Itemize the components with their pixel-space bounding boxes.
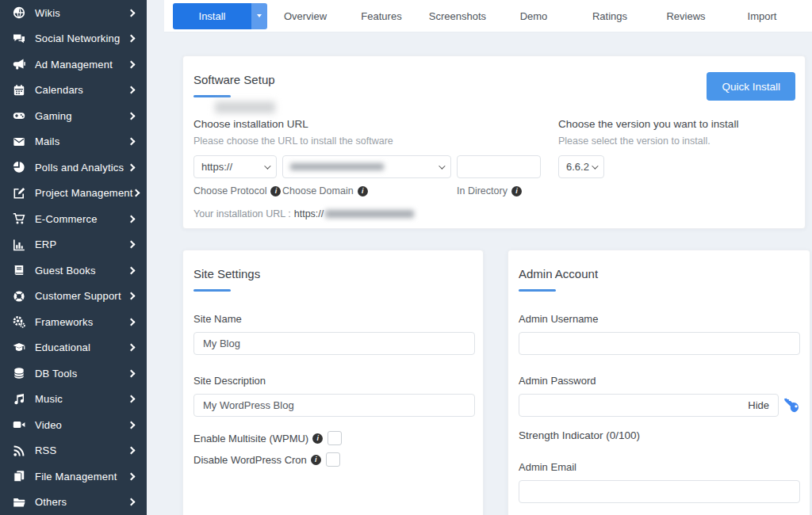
sidebar-item-customer-support[interactable]: Customer Support: [0, 284, 147, 310]
chevron-right-icon: [128, 498, 136, 506]
installation-url-line: Your installation URL : https://: [193, 208, 548, 219]
site-name-label: Site Name: [193, 313, 473, 325]
directory-label-row: In Directory: [457, 185, 522, 196]
info-icon[interactable]: [311, 455, 321, 465]
domain-select[interactable]: [282, 155, 451, 178]
sidebar-item-label: Frameworks: [35, 316, 94, 328]
cron-checkbox[interactable]: [326, 452, 340, 467]
tab-ratings[interactable]: Ratings: [572, 10, 648, 22]
chevron-right-icon: [128, 9, 136, 17]
protocol-select[interactable]: https://: [193, 155, 277, 178]
admin-password-input[interactable]: Hide: [519, 394, 779, 417]
chevron-right-icon: [128, 447, 136, 455]
domain-label-row: Choose Domain: [282, 185, 457, 196]
tab-screenshots[interactable]: Screenshots: [419, 10, 496, 22]
title-underline: [193, 95, 231, 97]
cart-icon: [13, 212, 25, 225]
redacted-installation-domain: [325, 210, 414, 218]
sidebar-item-gaming[interactable]: Gaming: [0, 103, 147, 129]
sidebar-item-video[interactable]: Video: [0, 412, 147, 438]
sidebar-item-label: Guest Books: [35, 265, 96, 277]
quick-install-button[interactable]: Quick Install: [707, 72, 795, 101]
sidebar-item-label: Mails: [35, 135, 59, 147]
sidebar-item-db-tools[interactable]: DB Tools: [0, 360, 147, 387]
sidebar-item-others[interactable]: Others: [0, 490, 147, 515]
site-name-input[interactable]: [193, 332, 475, 355]
graduation-cap-icon: [13, 341, 25, 354]
admin-account-title: Admin Account: [519, 250, 799, 280]
tab-demo[interactable]: Demo: [496, 10, 572, 22]
tab-overview[interactable]: Overview: [267, 10, 343, 22]
sidebar-item-polls-analytics[interactable]: Polls and Analytics: [0, 154, 147, 181]
sidebar-item-mails[interactable]: Mails: [0, 129, 147, 155]
tab-list: Overview Features Screenshots Demo Ratin…: [267, 10, 800, 22]
site-description-input[interactable]: [193, 394, 475, 417]
sidebar-item-label: Polls and Analytics: [35, 162, 124, 174]
chevron-right-icon: [128, 266, 136, 274]
sidebar-item-label: E-Commerce: [35, 213, 98, 225]
sidebar-item-educational[interactable]: Educational: [0, 335, 147, 361]
domain-label: Choose Domain: [282, 185, 354, 196]
redacted-domain-value: [290, 163, 384, 170]
sidebar-item-project-management[interactable]: Project Management: [0, 181, 147, 207]
protocol-label: Choose Protocol: [193, 185, 266, 196]
info-icon[interactable]: [511, 186, 522, 196]
info-icon[interactable]: [358, 186, 368, 196]
tab-import[interactable]: Import: [724, 10, 800, 22]
tab-features[interactable]: Features: [343, 10, 419, 22]
title-underline: [193, 289, 231, 292]
sidebar-item-label: File Management: [35, 471, 117, 483]
version-select[interactable]: 6.6.2: [558, 155, 604, 178]
sidebar-item-label: Customer Support: [35, 290, 121, 302]
video-camera-icon: [13, 418, 25, 431]
sidebar-item-calendars[interactable]: Calendars: [0, 78, 147, 104]
sidebar-item-file-management[interactable]: File Management: [0, 464, 147, 490]
chevron-right-icon: [128, 35, 136, 43]
sidebar-item-ecommerce[interactable]: E-Commerce: [0, 206, 147, 232]
multisite-checkbox[interactable]: [327, 431, 342, 445]
sidebar-item-ad-management[interactable]: Ad Management: [0, 52, 147, 78]
title-underline: [519, 289, 556, 292]
sidebar-item-wikis[interactable]: Wikis: [0, 0, 147, 26]
sidebar-item-rss[interactable]: RSS: [0, 438, 147, 464]
chevron-right-icon: [128, 472, 136, 480]
rss-icon: [13, 444, 25, 457]
info-icon[interactable]: [312, 433, 323, 444]
installation-url-subheading: Please choose the URL to install the sof…: [193, 135, 548, 147]
sidebar-item-label: Gaming: [35, 110, 72, 122]
chevron-right-icon: [128, 112, 136, 120]
install-dropdown-button[interactable]: [251, 3, 267, 29]
protocol-label-row: Choose Protocol: [193, 185, 282, 196]
sidebar-item-label: Educational: [35, 341, 90, 353]
sidebar-item-label: Project Management: [35, 187, 133, 199]
info-icon[interactable]: [270, 186, 281, 196]
admin-username-input[interactable]: [519, 332, 800, 355]
chevron-right-icon: [128, 86, 136, 94]
in-directory-input[interactable]: [457, 155, 541, 178]
hide-password-toggle[interactable]: Hide: [748, 399, 769, 411]
chevron-right-icon: [128, 318, 136, 326]
sidebar-item-guest-books[interactable]: Guest Books: [0, 258, 147, 284]
tab-reviews[interactable]: Reviews: [648, 10, 724, 22]
book-icon: [13, 264, 25, 277]
envelope-icon: [13, 135, 25, 148]
site-settings-card: Site Settings Site Name Site Description…: [182, 250, 484, 515]
caret-down-icon: [257, 14, 262, 17]
sidebar-item-label: Calendars: [35, 84, 83, 96]
generate-password-key-icon[interactable]: [784, 398, 799, 413]
admin-email-input[interactable]: [519, 480, 800, 503]
folder-icon: [13, 496, 25, 509]
install-button[interactable]: Install: [173, 3, 251, 29]
chevron-right-icon: [128, 292, 136, 300]
sidebar-item-music[interactable]: Music: [0, 387, 147, 413]
sidebar-item-social-networking[interactable]: Social Networking: [0, 26, 147, 52]
sidebar-item-label: Video: [35, 419, 62, 431]
megaphone-icon: [13, 58, 25, 71]
sidebar-item-frameworks[interactable]: Frameworks: [0, 309, 147, 335]
admin-password-text[interactable]: [528, 399, 741, 412]
sidebar-item-erp[interactable]: ERP: [0, 232, 147, 258]
strength-indicator: Strength Indicator (0/100): [519, 429, 799, 441]
installation-url-heading: Choose installation URL: [193, 118, 548, 130]
chevron-right-icon: [128, 60, 136, 68]
bar-chart-icon: [13, 238, 25, 251]
